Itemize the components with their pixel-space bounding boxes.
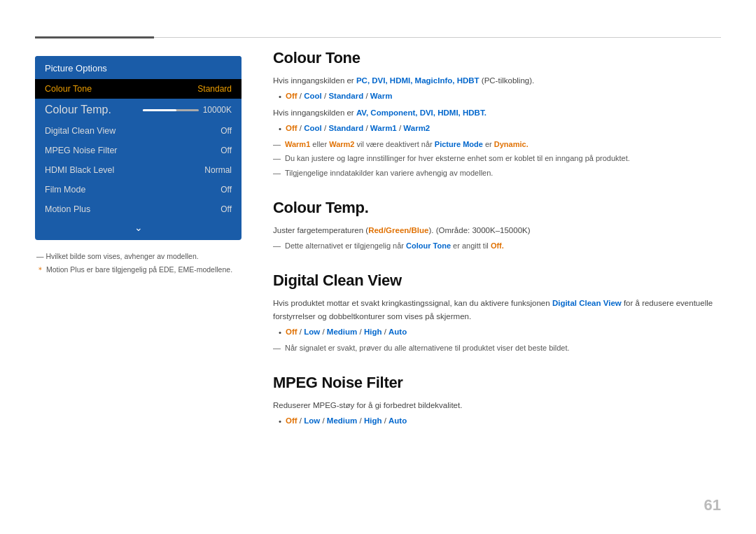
colour-tone-dash1: ― Warm1 eller Warm2 vil være deaktivert … <box>273 139 721 151</box>
digital-clean-view-bullet: • Off / Low / Medium / High / Auto <box>279 325 721 339</box>
menu-item-digital-clean-view[interactable]: Digital Clean View Off <box>35 121 241 141</box>
slider-fill <box>143 109 176 111</box>
menu-item-colour-temp[interactable]: Colour Temp. 10000K <box>35 99 241 121</box>
section-digital-clean-view: Digital Clean View Hvis produktet mottar… <box>273 272 721 354</box>
section-colour-tone: Colour Tone Hvis inngangskilden er PC, D… <box>273 49 721 179</box>
colour-tone-dash-text1: Warm1 eller Warm2 vil være deaktivert nå… <box>285 139 528 151</box>
digital-clean-view-value: Off <box>220 126 232 136</box>
digital-clean-view-section-title: Digital Clean View <box>273 272 721 290</box>
motion-plus-value: Off <box>220 204 232 214</box>
top-line-light <box>154 37 721 38</box>
mpeg-noise-filter-label: MPEG Noise Filter <box>45 146 118 155</box>
digital-clean-view-options: Off / Low / Medium / High / Auto <box>286 325 407 338</box>
mpeg-noise-filter-options: Off / Low / Medium / High / Auto <box>286 414 407 427</box>
chevron-down-icon[interactable]: ⌄ <box>35 219 241 234</box>
page-number: 61 <box>704 496 721 514</box>
colour-tone-section-title: Colour Tone <box>273 49 721 67</box>
bullet-dot-1: • <box>279 90 281 103</box>
colour-temp-value: 10000K <box>203 105 232 115</box>
menu-item-colour-tone[interactable]: Colour Tone Standard <box>35 79 241 99</box>
hdmi-black-level-value: Normal <box>204 165 232 175</box>
dash-sym-3: ― <box>273 167 281 180</box>
mpeg-noise-filter-body: Reduserer MPEG-støy for å gi forbedret b… <box>273 399 721 428</box>
section-mpeg-noise-filter: MPEG Noise Filter Reduserer MPEG-støy fo… <box>273 374 721 428</box>
colour-temp-p1: Juster fargetemperaturen (Red/Green/Blue… <box>273 224 721 237</box>
digital-clean-view-body: Hvis produktet mottar et svakt kringkast… <box>273 297 721 354</box>
mpeg-noise-filter-section-title: MPEG Noise Filter <box>273 374 721 392</box>
digital-clean-view-label: Digital Clean View <box>45 126 115 136</box>
dash-sym-2: ― <box>273 153 281 165</box>
colour-tone-dash-text2: Du kan justere og lagre innstillinger fo… <box>285 153 630 165</box>
colour-temp-section-title: Colour Temp. <box>273 199 721 217</box>
colour-temp-dash1: ― Dette alternativet er tilgjengelig når… <box>273 240 721 253</box>
panel-note-2: ＊ Motion Plus er bare tilgjengelig på ED… <box>36 265 240 275</box>
colour-tone-dash2: ― Du kan justere og lagre innstillinger … <box>273 153 721 165</box>
hdmi-black-level-label: HDMI Black Level <box>45 165 114 175</box>
menu-item-film-mode[interactable]: Film Mode Off <box>35 180 241 199</box>
film-mode-label: Film Mode <box>45 185 85 195</box>
mpeg-noise-filter-value: Off <box>220 146 232 155</box>
mpeg-noise-filter-p1: Reduserer MPEG-støy for å gi forbedret b… <box>273 399 721 412</box>
right-content: Colour Tone Hvis inngangskilden er PC, D… <box>273 49 721 448</box>
colour-tone-p1: Hvis inngangskilden er PC, DVI, HDMI, Ma… <box>273 74 721 87</box>
colour-tone-value: Standard <box>197 84 232 94</box>
panel-note-1: Hvilket bilde som vises, avhenger av mod… <box>36 251 240 262</box>
asterisk-symbol: ＊ <box>36 265 46 274</box>
colour-tone-bullet2: • Off / Cool / Standard / Warm1 / Warm2 <box>279 122 721 135</box>
digital-clean-view-dash: ― Når signalet er svakt, prøver du alle … <box>273 342 721 355</box>
dash-sym-5: ― <box>273 342 281 355</box>
menu-item-mpeg-noise-filter[interactable]: MPEG Noise Filter Off <box>35 141 241 160</box>
colour-temp-body: Juster fargetemperaturen (Red/Green/Blue… <box>273 224 721 252</box>
colour-tone-p2: Hvis inngangskilden er AV, Component, DV… <box>273 106 721 119</box>
menu-item-hdmi-black-level[interactable]: HDMI Black Level Normal <box>35 160 241 180</box>
digital-clean-view-p1: Hvis produktet mottar et svakt kringkast… <box>273 297 721 323</box>
colour-tone-dash3: ― Tilgjengelige inndatakilder kan varier… <box>273 167 721 180</box>
bullet-dot-2: • <box>279 122 281 135</box>
section-colour-temp: Colour Temp. Juster fargetemperaturen (R… <box>273 199 721 252</box>
colour-temp-slider[interactable] <box>143 109 199 111</box>
bullet-dot-3: • <box>279 326 281 339</box>
colour-tone-body: Hvis inngangskilden er PC, DVI, HDMI, Ma… <box>273 74 721 179</box>
colour-temp-dash-text1: Dette alternativet er tilgjengelig når C… <box>285 240 504 253</box>
picture-options-title: Picture Options <box>35 56 241 79</box>
colour-temp-label: Colour Temp. <box>45 104 111 116</box>
digital-clean-view-dash-text: Når signalet er svakt, prøver du alle al… <box>285 342 570 355</box>
top-lines <box>35 36 721 38</box>
picture-options-box: Picture Options Colour Tone Standard Col… <box>35 56 241 240</box>
bullet-dot-4: • <box>279 415 281 428</box>
film-mode-value: Off <box>220 185 232 195</box>
top-line-accent <box>35 36 154 38</box>
colour-tone-dash-text3: Tilgjengelige inndatakilder kan variere … <box>285 167 493 180</box>
colour-tone-label: Colour Tone <box>45 84 92 94</box>
panel-notes: Hvilket bilde som vises, avhenger av mod… <box>35 251 241 274</box>
colour-tone-option1: Off / Cool / Standard / Warm <box>286 90 392 102</box>
menu-item-motion-plus[interactable]: Motion Plus Off <box>35 199 241 219</box>
dash-sym-1: ― <box>273 139 281 151</box>
colour-temp-slider-container: 10000K <box>143 105 232 115</box>
colour-tone-bullet1: • Off / Cool / Standard / Warm <box>279 90 721 103</box>
left-panel: Picture Options Colour Tone Standard Col… <box>35 56 241 277</box>
motion-plus-label: Motion Plus <box>45 204 90 214</box>
mpeg-noise-filter-bullet: • Off / Low / Medium / High / Auto <box>279 414 721 428</box>
dash-sym-4: ― <box>273 240 281 253</box>
colour-tone-option2: Off / Cool / Standard / Warm1 / Warm2 <box>286 122 430 134</box>
